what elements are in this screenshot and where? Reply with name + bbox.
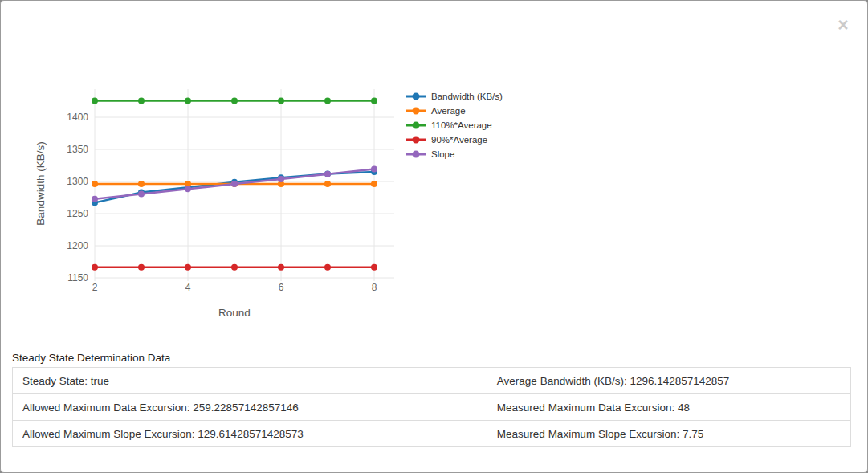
data-point <box>324 171 331 177</box>
y-tick-label: 1400 <box>67 112 88 123</box>
data-point <box>324 264 331 271</box>
data-point <box>185 264 191 271</box>
modal-dialog: × 2468115012001250130013501400RoundBandw… <box>0 0 868 473</box>
legend-line-icon <box>406 136 426 144</box>
data-point <box>185 186 191 192</box>
x-tick-label: 8 <box>372 282 377 293</box>
y-tick-label: 1300 <box>67 176 88 187</box>
data-point <box>185 97 191 104</box>
legend-item-3[interactable]: 90%*Average <box>406 133 503 147</box>
legend-label: Slope <box>431 149 454 159</box>
data-point <box>92 264 98 271</box>
data-point <box>324 181 331 187</box>
series-line <box>95 172 374 202</box>
data-point <box>278 264 284 271</box>
data-point <box>324 97 331 104</box>
chart-svg: 2468115012001250130013501400RoundBandwid… <box>33 71 402 324</box>
measured-slope-excursion-cell: Measured Maximum Slope Excursion: 7.75 <box>487 421 850 447</box>
steady-state-cell: Steady State: true <box>13 368 487 394</box>
data-point <box>231 181 238 187</box>
data-point <box>371 181 377 187</box>
data-point <box>92 181 98 187</box>
data-point <box>92 196 98 202</box>
table-row: Allowed Maximum Slope Excursion: 129.614… <box>13 421 851 447</box>
y-tick-label: 1250 <box>67 208 88 219</box>
data-point <box>231 97 238 104</box>
allowed-slope-excursion-cell: Allowed Maximum Slope Excursion: 129.614… <box>13 421 487 447</box>
data-point <box>138 264 145 271</box>
section-title: Steady State Determination Data <box>12 352 170 364</box>
y-tick-label: 1350 <box>67 144 88 155</box>
y-tick-label: 1200 <box>67 240 88 251</box>
bandwidth-chart: 2468115012001250130013501400RoundBandwid… <box>33 71 531 336</box>
legend-label: Bandwidth (KB/s) <box>431 92 503 101</box>
legend-item-4[interactable]: Slope <box>406 147 503 161</box>
legend-label: 90%*Average <box>431 135 487 145</box>
table-row: Allowed Maximum Data Excursion: 259.2285… <box>13 394 851 421</box>
legend-line-icon <box>406 107 426 115</box>
data-point <box>138 97 145 104</box>
x-axis-title: Round <box>218 307 251 319</box>
data-point <box>92 97 98 104</box>
close-icon[interactable]: × <box>833 15 853 35</box>
data-point <box>371 97 377 104</box>
legend-item-2[interactable]: 110%*Average <box>406 118 503 133</box>
x-tick-label: 2 <box>92 282 98 293</box>
allowed-data-excursion-cell: Allowed Maximum Data Excursion: 259.2285… <box>13 394 487 421</box>
y-tick-label: 1150 <box>67 272 88 283</box>
legend-line-icon <box>406 150 426 158</box>
data-point <box>371 264 377 271</box>
data-point <box>371 165 377 172</box>
x-tick-label: 4 <box>185 282 191 293</box>
legend-line-icon <box>406 121 426 129</box>
average-bandwidth-cell: Average Bandwidth (KB/s): 1296.142857142… <box>487 368 850 394</box>
data-point <box>231 264 238 271</box>
measured-data-excursion-cell: Measured Maximum Data Excursion: 48 <box>487 394 850 421</box>
chart-legend: Bandwidth (KB/s)Average110%*Average90%*A… <box>406 89 503 161</box>
legend-label: 110%*Average <box>431 120 492 130</box>
steady-state-table: Steady State: true Average Bandwidth (KB… <box>12 367 851 447</box>
data-point <box>138 190 145 197</box>
data-point <box>138 181 145 187</box>
data-point <box>278 176 284 182</box>
legend-label: Average <box>431 106 466 116</box>
data-point <box>278 97 284 104</box>
legend-line-icon <box>406 92 426 100</box>
x-tick-label: 6 <box>279 282 284 293</box>
legend-item-1[interactable]: Average <box>406 104 503 118</box>
table-row: Steady State: true Average Bandwidth (KB… <box>13 368 851 394</box>
y-axis-title: Bandwidth (KB/s) <box>35 141 47 225</box>
legend-item-0[interactable]: Bandwidth (KB/s) <box>406 89 503 104</box>
